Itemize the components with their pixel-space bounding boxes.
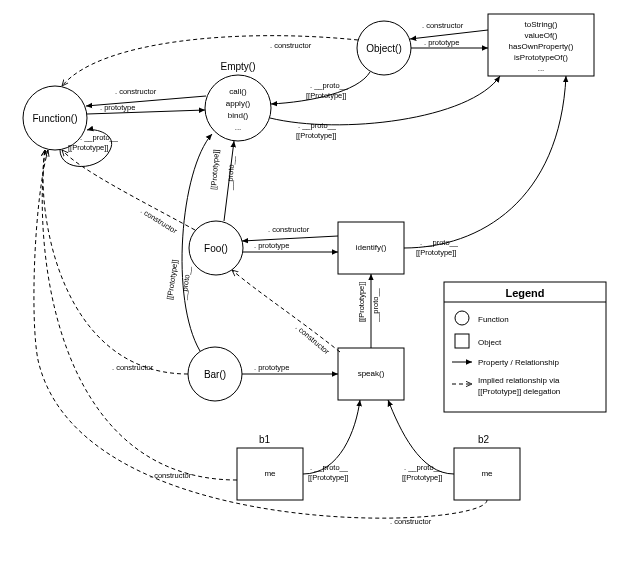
lbl-foo-prototype: . prototype [254,241,289,250]
lbl-bar-protochain: [[Prototype]] [165,259,180,300]
lbl-empty-proto: . __proto__ [298,121,337,130]
lbl-function-proto: . __proto__ [80,133,119,142]
edge-foo-constructor-implied [62,150,195,230]
lbl-foo-constructor: . constructor [139,206,179,236]
b1-box: b1 me [237,434,303,500]
lbl-bar-proto: __proto__ [179,265,193,302]
b1-title: b1 [259,434,271,445]
foo-node: Foo() [189,221,243,275]
identify-box: identify() [338,222,404,274]
empty-method-3: ... [235,123,242,132]
obj-proto-3: isPrototypeOf() [514,53,568,62]
lbl-foo-protochain: [[Prototype]] [209,149,221,190]
legend-implied1: Implied relationship via [478,376,560,385]
bar-label: Bar() [204,369,226,380]
lbl-b2-protochain: [[Prototype]] [402,473,442,482]
lbl-foo-proto: __proto__ [225,155,236,191]
object-label: Object() [366,43,402,54]
b2-me: me [481,469,493,478]
lbl-object-protochain: [[Prototype]] [306,91,346,100]
legend-function: Function [478,315,509,324]
obj-proto-1: valueOf() [525,31,558,40]
function-node: Function() [23,86,87,150]
function-label: Function() [32,113,77,124]
edge-identify-constructor [242,236,338,241]
legend-property: Property / Relationship [478,358,559,367]
lbl-b2-proto: . __proto__ [404,463,443,472]
b1-me: me [264,469,276,478]
legend-object: Object [478,338,502,347]
lbl-bar-prototype: . prototype [254,363,289,372]
legend-title: Legend [505,287,544,299]
edge-identify-proto [404,76,566,248]
lbl-function-protochain: [[Prototype]] [68,143,108,152]
object-node: Object() [357,21,411,75]
lbl-objproto-constructor: . constructor [422,21,464,30]
lbl-object-constructor: . constructor [270,41,312,50]
lbl-speak-protochain: [[Prototype]] [357,282,366,322]
lbl-speak-proto: __proto__ [371,287,380,323]
lbl-identify-constructor: . constructor [268,225,310,234]
lbl-b1-proto: . __proto__ [310,463,349,472]
legend-box: Legend Function Object Property / Relati… [444,282,606,412]
b2-title: b2 [478,434,490,445]
empty-node: Empty() call() apply() bind() ... [205,61,271,141]
lbl-identify-protochain: [[Prototype]] [416,248,456,257]
obj-proto-4: ... [538,64,545,73]
edge-empty-constructor [86,96,206,106]
lbl-empty-protochain: [[Prototype]] [296,131,336,140]
edge-bar-constructor-implied [43,150,188,374]
edge-object-constructor-implied [62,36,358,86]
foo-label: Foo() [204,243,228,254]
lbl-speak-constructor: . constructor [294,323,332,357]
empty-method-1: apply() [226,99,251,108]
lbl-bar-constructor: . constructor [112,363,154,372]
bar-node: Bar() [188,347,242,401]
empty-method-0: call() [229,87,247,96]
legend-implied2: [[Prototype]] delegation [478,387,560,396]
lbl-identify-proto: . __proto__ [420,238,459,247]
lbl-object-proto: . __proto__ [310,81,349,90]
object-proto-box: toString() valueOf() hasOwnProperty() is… [488,14,594,76]
legend-function-icon [455,311,469,325]
lbl-b1-protochain: [[Prototype]] [308,473,348,482]
edge-speak-constructor-implied [232,270,340,352]
obj-proto-2: hasOwnProperty() [509,42,574,51]
b2-box: b2 me [454,434,520,500]
speak-label: speak() [358,369,385,378]
edge-b1-constructor-implied [42,150,237,480]
lbl-b2-constructor: . constructor [390,517,432,526]
empty-label: Empty() [221,61,256,72]
lbl-empty-constructor: . constructor [115,87,157,96]
empty-method-2: bind() [228,111,249,120]
legend-object-icon [455,334,469,348]
lbl-object-prototype: . prototype [424,38,459,47]
obj-proto-0: toString() [525,20,558,29]
identify-label: identify() [356,243,387,252]
speak-box: speak() [338,348,404,400]
